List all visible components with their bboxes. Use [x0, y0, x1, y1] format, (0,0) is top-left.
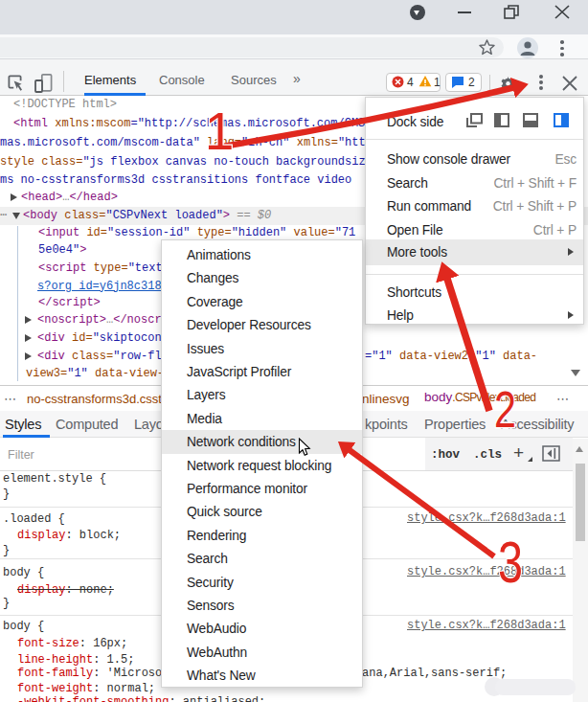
svg-text:3: 3 [498, 529, 523, 595]
